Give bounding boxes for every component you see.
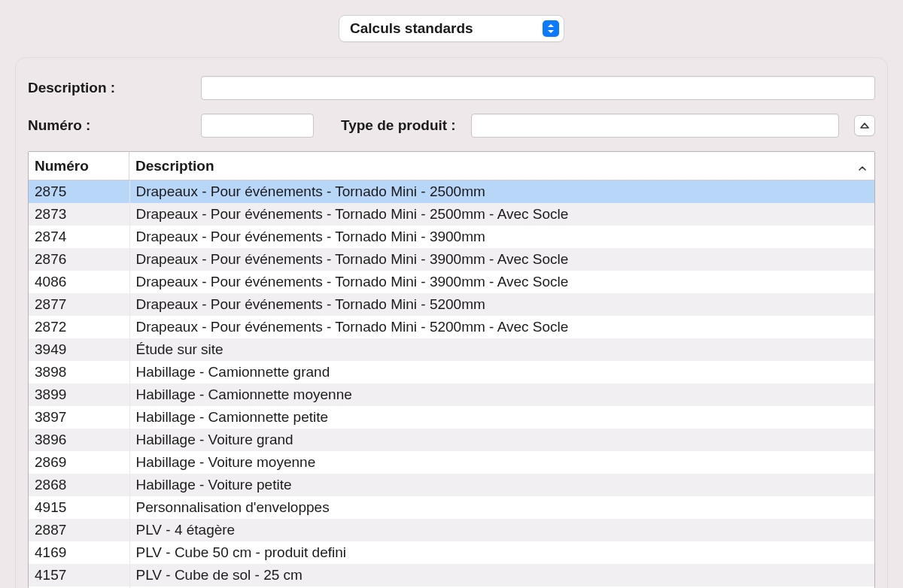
- table-row[interactable]: 3949Étude sur site: [29, 338, 874, 361]
- cell-description: Étude sur site: [129, 338, 874, 361]
- cell-numero: 3898: [29, 361, 129, 383]
- cell-numero: 4157: [29, 564, 129, 586]
- table-row[interactable]: 2869Habillage - Voiture moyenne: [29, 451, 874, 474]
- description-label: Description :: [28, 80, 193, 96]
- cell-description: Drapeaux - Pour événements - Tornado Min…: [129, 271, 874, 293]
- cell-numero: 2872: [29, 316, 129, 338]
- cell-numero: 2877: [29, 293, 129, 316]
- table-row[interactable]: 4915Personnalisation d'enveloppes: [29, 496, 874, 519]
- cell-numero: 2873: [29, 203, 129, 226]
- table-row[interactable]: 2887PLV - 4 étagère: [29, 519, 874, 541]
- table-row[interactable]: 3896Habillage - Voiture grand: [29, 429, 874, 451]
- table-row[interactable]: 2872Drapeaux - Pour événements - Tornado…: [29, 316, 874, 338]
- cell-numero: 4169: [29, 541, 129, 564]
- cell-description: Habillage - Camionnette grand: [129, 361, 874, 383]
- description-input[interactable]: [201, 76, 875, 100]
- table-row[interactable]: 2873Drapeaux - Pour événements - Tornado…: [29, 203, 874, 226]
- column-header-numero[interactable]: Numéro: [29, 152, 129, 180]
- cell-numero: 2874: [29, 226, 129, 248]
- table-row[interactable]: 2876Drapeaux - Pour événements - Tornado…: [29, 248, 874, 271]
- cell-description: Habillage - Voiture petite: [129, 474, 874, 496]
- cell-numero: 3897: [29, 406, 129, 429]
- category-dropdown-label: Calculs standards: [350, 20, 543, 37]
- cell-description: PLV - Cube 50 cm - produit defini: [129, 541, 874, 564]
- table-row[interactable]: 2875Drapeaux - Pour événements - Tornado…: [29, 180, 874, 203]
- table-row[interactable]: 3899Habillage - Camionnette moyenne: [29, 383, 874, 406]
- cell-description: Drapeaux - Pour événements - Tornado Min…: [129, 226, 874, 248]
- cell-numero: 3949: [29, 338, 129, 361]
- table-header: Numéro Description: [29, 152, 874, 180]
- table-row[interactable]: 3897Habillage - Camionnette petite: [29, 406, 874, 429]
- cell-description: Personnalisation d'enveloppes: [129, 496, 874, 519]
- cell-description: PLV - 4 étagère: [129, 519, 874, 541]
- table-row[interactable]: 4169PLV - Cube 50 cm - produit defini: [29, 541, 874, 564]
- table-body-scroll[interactable]: 2875Drapeaux - Pour événements - Tornado…: [29, 180, 874, 588]
- cell-numero: 2869: [29, 451, 129, 474]
- table-row[interactable]: 2877Drapeaux - Pour événements - Tornado…: [29, 293, 874, 316]
- results-table: Numéro Description 2875Drapeaux - Pour é…: [28, 151, 875, 588]
- cell-description: Drapeaux - Pour événements - Tornado Min…: [129, 293, 874, 316]
- table-row[interactable]: 2874Drapeaux - Pour événements - Tornado…: [29, 226, 874, 248]
- cell-description: Drapeaux - Pour événements - Tornado Min…: [129, 180, 874, 203]
- cell-description: Habillage - Camionnette petite: [129, 406, 874, 429]
- numero-input[interactable]: [201, 114, 314, 138]
- cell-numero: 2868: [29, 474, 129, 496]
- cell-description: Habillage - Camionnette moyenne: [129, 383, 874, 406]
- table-row[interactable]: 2868Habillage - Voiture petite: [29, 474, 874, 496]
- type-label: Type de produit :: [341, 117, 456, 134]
- cell-description: Drapeaux - Pour événements - Tornado Min…: [129, 203, 874, 226]
- type-produit-input[interactable]: [471, 114, 839, 138]
- cell-description: Habillage - Voiture grand: [129, 429, 874, 451]
- chevron-up-down-icon: [543, 20, 559, 37]
- chevron-up-icon: [860, 122, 869, 129]
- column-header-description[interactable]: Description: [129, 152, 874, 180]
- table-row[interactable]: 4157PLV - Cube de sol - 25 cm: [29, 564, 874, 586]
- cell-numero: 2875: [29, 180, 129, 203]
- cell-numero: 2876: [29, 248, 129, 271]
- table-row[interactable]: 4086Drapeaux - Pour événements - Tornado…: [29, 271, 874, 293]
- category-dropdown[interactable]: Calculs standards: [339, 15, 564, 42]
- table-row[interactable]: 3898Habillage - Camionnette grand: [29, 361, 874, 383]
- cell-numero: 3896: [29, 429, 129, 451]
- search-panel: Description : Numéro : Type de produit :…: [15, 57, 888, 588]
- cell-description: Drapeaux - Pour événements - Tornado Min…: [129, 248, 874, 271]
- cell-numero: 2887: [29, 519, 129, 541]
- sort-indicator-icon: [858, 159, 867, 176]
- cell-description: Drapeaux - Pour événements - Tornado Min…: [129, 316, 874, 338]
- cell-description: Habillage - Voiture moyenne: [129, 451, 874, 474]
- cell-description: PLV - Cube de sol - 25 cm: [129, 564, 874, 586]
- cell-numero: 3899: [29, 383, 129, 406]
- cell-numero: 4086: [29, 271, 129, 293]
- type-picker-button[interactable]: [854, 115, 875, 136]
- numero-label: Numéro :: [28, 117, 193, 134]
- cell-numero: 4915: [29, 496, 129, 519]
